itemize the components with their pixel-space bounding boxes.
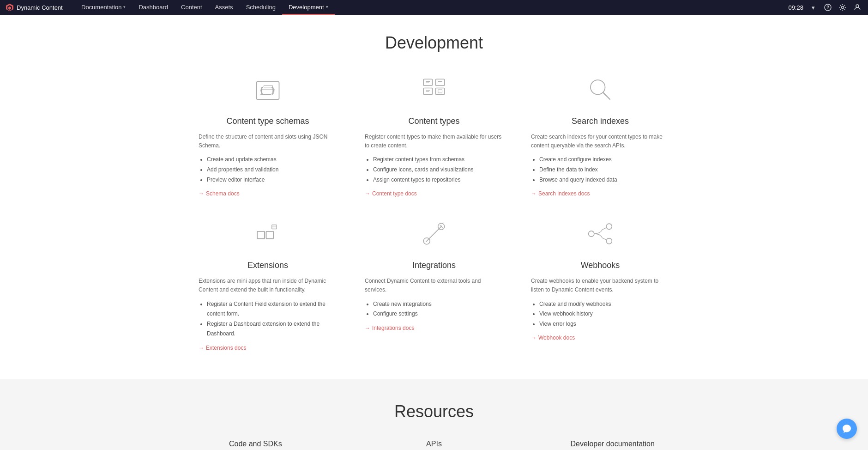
chevron-down-icon[interactable]: ▾ [808, 2, 818, 12]
bullet-item: Register content types from schemas [373, 155, 503, 165]
nav-scheduling[interactable]: Scheduling [240, 0, 282, 15]
content-types-icon [416, 71, 452, 108]
chat-icon [842, 424, 852, 434]
card-desc-webhooks: Create webhooks to enable your backend s… [531, 277, 669, 294]
settings-icon[interactable] [838, 2, 848, 12]
card-integrations: Integrations Connect Dynamic Content to … [365, 215, 503, 351]
bullet-item: Register a Content Field extension to ex… [207, 299, 337, 319]
card-bullets-search-indexes: Create and configure indexes Define the … [531, 155, 669, 185]
app-logo[interactable]: Dynamic Content [6, 3, 75, 12]
schema-icon: { } [249, 71, 286, 108]
resources-section: Resources Code and SDKs Code samples for… [0, 379, 868, 450]
integrations-docs-link[interactable]: → Integrations docs [365, 325, 503, 331]
chat-button[interactable] [837, 419, 857, 439]
card-title-webhooks: Webhooks [531, 261, 669, 270]
clock-display: 09:28 [788, 4, 803, 11]
bullet-item: Register a Dashboard extension to extend… [207, 319, 337, 339]
schema-docs-link[interactable]: → Schema docs [199, 190, 337, 197]
app-logo-icon [6, 3, 14, 12]
app-name: Dynamic Content [17, 4, 63, 11]
svg-point-6 [856, 5, 859, 7]
svg-rect-25 [257, 231, 265, 239]
chevron-down-icon: ▾ [123, 5, 126, 9]
extensions-icon [249, 215, 286, 252]
svg-point-36 [606, 224, 612, 229]
svg-rect-13 [423, 79, 432, 85]
arrow-icon: → [531, 334, 536, 341]
svg-text:{: { [260, 86, 263, 94]
bullet-item: Assign content types to repositories [373, 175, 503, 185]
bullet-item: Create and modify webhooks [539, 299, 669, 310]
content-type-docs-link[interactable]: → Content type docs [365, 190, 503, 197]
bullet-item: Browse and query indexed data [539, 175, 669, 185]
resource-code-sdks: Code and SDKs Code samples for your pref… [180, 440, 331, 450]
svg-point-35 [589, 231, 594, 237]
svg-rect-14 [436, 79, 445, 85]
card-desc-extensions: Extensions are mini apps that run inside… [199, 277, 337, 294]
nav-documentation[interactable]: Documentation ▾ [75, 0, 132, 15]
arrow-icon: → [199, 190, 204, 197]
card-desc-search-indexes: Create search indexes for your content t… [531, 133, 669, 150]
nav-content[interactable]: Content [175, 0, 209, 15]
card-title-content-types: Content types [365, 116, 503, 126]
search-indexes-icon [582, 71, 619, 108]
card-bullets-content-types: Register content types from schemas Conf… [365, 155, 503, 185]
arrow-icon: → [365, 190, 370, 197]
bullet-item: View error logs [539, 319, 669, 329]
page-title-section: Development [0, 15, 868, 62]
integrations-icon [416, 215, 452, 252]
card-webhooks: Webhooks Create webhooks to enable your … [531, 215, 669, 351]
resource-title-developer-docs: Developer documentation [537, 440, 688, 448]
arrow-icon: → [531, 190, 536, 197]
user-icon[interactable] [852, 2, 862, 12]
arrow-icon: → [365, 325, 370, 331]
resource-title-apis: APIs [359, 440, 510, 448]
webhooks-icon [582, 215, 619, 252]
card-desc-integrations: Connect Dynamic Content to external tool… [365, 277, 503, 294]
help-icon[interactable]: ? [823, 2, 833, 12]
card-title-schemas: Content type schemas [199, 116, 337, 126]
nav-assets[interactable]: Assets [209, 0, 240, 15]
svg-rect-10 [264, 85, 272, 87]
arrow-icon: → [199, 345, 204, 351]
main-content: Development { } Content type schemas D [0, 15, 868, 450]
bullet-item: View webhook history [539, 309, 669, 319]
webhook-docs-link[interactable]: → Webhook docs [531, 334, 669, 341]
topnav: Dynamic Content Documentation ▾ Dashboar… [0, 0, 868, 15]
card-bullets-extensions: Register a Content Field extension to ex… [199, 299, 337, 339]
card-content-types: Content types Register content types to … [365, 71, 503, 197]
svg-point-37 [606, 238, 612, 244]
svg-rect-15 [423, 88, 432, 95]
svg-rect-28 [266, 231, 274, 239]
bullet-item: Add properties and validation [207, 165, 337, 175]
card-title-integrations: Integrations [365, 261, 503, 270]
svg-text:}: } [272, 86, 274, 94]
card-title-extensions: Extensions [199, 261, 337, 270]
svg-rect-26 [266, 231, 274, 239]
cards-section: { } Content type schemas Define the stru… [180, 62, 688, 379]
svg-rect-16 [436, 88, 445, 95]
nav-development[interactable]: Development ▾ [282, 0, 335, 15]
extensions-docs-link[interactable]: → Extensions docs [199, 345, 337, 351]
bullet-item: Define the data to index [539, 165, 669, 175]
svg-rect-20 [438, 90, 442, 93]
nav-dashboard[interactable]: Dashboard [132, 0, 175, 15]
svg-point-5 [842, 6, 844, 9]
cards-grid: { } Content type schemas Define the stru… [199, 71, 669, 351]
resources-title: Resources [18, 402, 850, 421]
card-title-search-indexes: Search indexes [531, 116, 669, 126]
bullet-item: Create and configure indexes [539, 155, 669, 165]
resource-developer-docs: Developer documentation Get the most out… [537, 440, 688, 450]
bullet-item: Configure icons, cards and visualization… [373, 165, 503, 175]
resources-grid: Code and SDKs Code samples for your pref… [180, 440, 688, 450]
svg-rect-7 [257, 82, 279, 100]
nav-links: Documentation ▾ Dashboard Content Assets… [75, 0, 788, 15]
chevron-down-icon: ▾ [326, 5, 328, 9]
svg-rect-27 [257, 231, 265, 239]
bullet-item: Configure settings [373, 309, 503, 319]
topnav-right: 09:28 ▾ ? [788, 2, 862, 12]
card-bullets-integrations: Create new integrations Configure settin… [365, 299, 503, 319]
card-content-type-schemas: { } Content type schemas Define the stru… [199, 71, 337, 197]
card-bullets-schemas: Create and update schemas Add properties… [199, 155, 337, 185]
search-indexes-docs-link[interactable]: → Search indexes docs [531, 190, 669, 197]
